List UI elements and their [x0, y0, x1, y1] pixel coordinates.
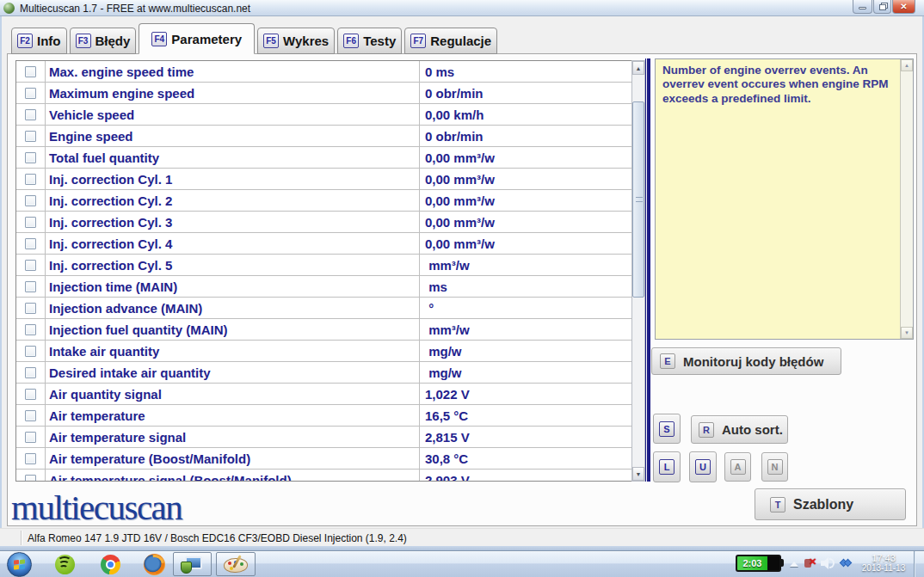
key-button-a[interactable]: A: [724, 452, 751, 482]
row-checkbox[interactable]: [25, 238, 36, 249]
row-checkbox[interactable]: [25, 346, 36, 357]
parameter-name-cell: Inj. correction Cyl. 2: [46, 190, 420, 211]
show-desktop-divider[interactable]: [914, 551, 915, 577]
parameter-row[interactable]: Air temperature signal2,815 V: [16, 427, 631, 448]
row-checkbox[interactable]: [25, 389, 36, 400]
parameter-row[interactable]: Max. engine speed time0 ms: [16, 61, 631, 83]
scroll-up-icon[interactable]: ▲: [632, 61, 644, 75]
audio-disabled-icon[interactable]: ✕: [804, 556, 817, 569]
parameter-name: Intake air quantity: [49, 344, 159, 359]
row-checkbox[interactable]: [25, 432, 36, 443]
info-scroll-up-icon[interactable]: ▲: [901, 59, 913, 71]
tab-wykres[interactable]: F5Wykres: [257, 28, 335, 54]
row-checkbox[interactable]: [25, 324, 36, 335]
tab-label: Testy: [363, 34, 396, 48]
parameter-name: Maximum engine speed: [49, 86, 194, 101]
tab-regulacje[interactable]: F7Regulacje: [404, 28, 497, 54]
tab-błędy[interactable]: F3Błędy: [70, 28, 137, 54]
scrollbar-thumb[interactable]: [632, 101, 644, 298]
fkey-chip: F2: [17, 34, 33, 48]
taskbar-clock[interactable]: 17:43 2013-11-13: [856, 553, 911, 574]
tab-parametery[interactable]: F4Parametery: [139, 23, 255, 54]
auto-sort-button[interactable]: R Auto sort.: [691, 415, 788, 444]
parameter-row[interactable]: Injection fuel quantity (MAIN) mm³/w: [16, 319, 631, 341]
row-checkbox-cell: [16, 104, 46, 125]
parameter-row[interactable]: Inj. correction Cyl. 20,00 mm³/w: [16, 190, 631, 212]
start-button[interactable]: [7, 552, 32, 577]
row-checkbox[interactable]: [25, 303, 36, 314]
parameter-row[interactable]: Engine speed0 obr/min: [16, 126, 631, 147]
table-right-border: [645, 58, 646, 482]
hotkey-l-chip: L: [659, 459, 675, 475]
row-checkbox[interactable]: [25, 195, 36, 206]
parameter-value: mg/w: [425, 365, 462, 380]
parameter-name: Inj. correction Cyl. 5: [49, 258, 172, 273]
row-checkbox[interactable]: [25, 453, 36, 464]
row-checkbox-cell: [16, 169, 46, 189]
parameter-row[interactable]: Injection time (MAIN) ms: [16, 276, 631, 298]
parameter-row[interactable]: Inj. correction Cyl. 30,00 mm³/w: [16, 212, 631, 233]
show-hidden-icons-button[interactable]: [790, 562, 798, 567]
maximize-button[interactable]: [873, 0, 891, 14]
parameter-row[interactable]: Air temperature signal (Boost/Manifold)2…: [16, 470, 631, 482]
row-checkbox[interactable]: [25, 66, 36, 77]
parameter-name-cell: Air temperature signal: [46, 427, 420, 447]
row-checkbox[interactable]: [25, 88, 36, 99]
tab-info[interactable]: F2Info: [11, 28, 67, 54]
firefox-icon[interactable]: [144, 554, 165, 575]
row-checkbox[interactable]: [25, 152, 36, 163]
battery-nub: [781, 559, 784, 567]
templates-button[interactable]: T Szablony: [755, 488, 906, 520]
table-scrollbar[interactable]: ▲ ▼: [631, 60, 645, 482]
info-scroll-down-icon[interactable]: ▼: [901, 327, 913, 339]
spotify-icon[interactable]: [55, 555, 75, 574]
battery-meter[interactable]: 2:03: [736, 555, 781, 572]
row-checkbox[interactable]: [25, 260, 36, 271]
parameter-table: Max. engine speed time0 msMaximum engine…: [15, 60, 632, 482]
parameter-row[interactable]: Intake air quantity mg/w: [16, 341, 631, 362]
close-button[interactable]: ✕: [892, 0, 915, 14]
firefox-tail: [140, 550, 168, 577]
parameter-row[interactable]: Maximum engine speed0 obr/min: [16, 83, 631, 104]
parameter-row[interactable]: Air temperature16,5 °C: [16, 405, 631, 427]
sort-button[interactable]: S: [653, 414, 681, 444]
row-checkbox[interactable]: [25, 410, 36, 421]
tab-testy[interactable]: F6Testy: [337, 28, 402, 54]
row-checkbox[interactable]: [25, 174, 36, 185]
chrome-icon[interactable]: [101, 555, 120, 574]
row-checkbox[interactable]: [25, 131, 36, 142]
parameter-row[interactable]: Inj. correction Cyl. 5 mm³/w: [16, 255, 631, 276]
tab-label: Błędy: [95, 34, 131, 48]
parameter-row[interactable]: Desired intake air quantity mg/w: [16, 362, 631, 384]
parameter-row[interactable]: Vehicle speed0,00 km/h: [16, 104, 631, 126]
row-checkbox[interactable]: [25, 109, 36, 120]
key-button-u[interactable]: U: [689, 451, 717, 482]
row-checkbox[interactable]: [25, 367, 36, 378]
key-button-n[interactable]: N: [761, 452, 788, 482]
parameter-row[interactable]: Inj. correction Cyl. 10,00 mm³/w: [16, 169, 631, 190]
row-checkbox-cell: [16, 190, 46, 211]
parameter-row[interactable]: Total fuel quantity0,00 mm³/w: [16, 147, 631, 169]
window-border-left: [0, 16, 2, 546]
minimize-button[interactable]: [853, 0, 872, 14]
dropbox-icon[interactable]: [841, 558, 852, 568]
paint-taskbar-button[interactable]: [216, 552, 256, 576]
monitor-error-codes-button[interactable]: E Monitoruj kody błędów: [651, 347, 841, 375]
row-checkbox[interactable]: [25, 281, 36, 292]
scroll-down-icon[interactable]: ▼: [632, 467, 644, 481]
row-checkbox[interactable]: [25, 475, 36, 482]
parameter-value: 0,00 mm³/w: [425, 172, 495, 187]
parameter-row[interactable]: Air quantity signal1,022 V: [16, 384, 631, 405]
parameter-row[interactable]: Injection advance (MAIN) °: [16, 298, 631, 319]
parameter-value-cell: 0 obr/min: [420, 83, 631, 103]
row-checkbox[interactable]: [25, 217, 36, 228]
fkey-chip: F4: [151, 32, 167, 46]
info-panel-scrollbar[interactable]: ▲ ▼: [900, 59, 913, 339]
key-button-l[interactable]: L: [653, 451, 681, 482]
fkey-chip: F5: [263, 34, 279, 48]
parameter-name-cell: Inj. correction Cyl. 4: [46, 233, 420, 254]
multiecuscan-taskbar-button[interactable]: [173, 552, 212, 576]
parameter-value-cell: 30,8 °C: [420, 448, 631, 469]
parameter-row[interactable]: Air temperature (Boost/Manifold)30,8 °C: [16, 448, 631, 470]
parameter-row[interactable]: Inj. correction Cyl. 40,00 mm³/w: [16, 233, 631, 255]
